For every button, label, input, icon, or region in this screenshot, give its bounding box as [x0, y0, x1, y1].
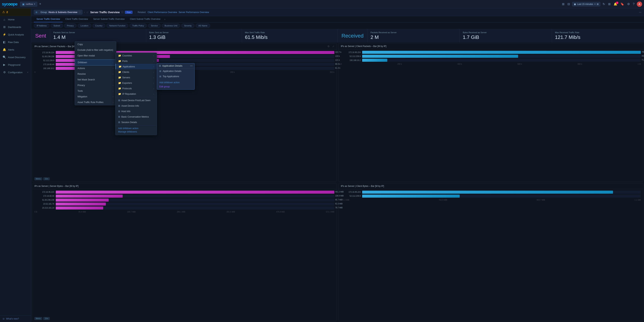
sidebar-item-quick-analysis[interactable]: ⚡ Quick Analysis	[0, 31, 31, 38]
filter-network-function[interactable]: Network Function	[106, 24, 128, 28]
filter-icon[interactable]: ⊟	[567, 2, 571, 6]
sidebar-item-raw-data[interactable]: ◧ Raw Data	[0, 38, 31, 46]
ctx-privacy[interactable]: Privacy ›	[75, 82, 116, 88]
bar-row: 51.83.238.238 85.7 MiB	[34, 198, 334, 202]
raw-badge[interactable]: Raw	[125, 11, 132, 14]
sent-rate-label: Max Sent Traffic Rate	[245, 31, 334, 34]
add-drilldown-action-link[interactable]: Add drilldown action	[118, 127, 154, 130]
adm-add-drilldown-link[interactable]: Add drilldown action	[157, 80, 194, 85]
filter-country[interactable]: Country	[92, 24, 106, 28]
ctx-drilldown[interactable]: Drilldown ›	[75, 59, 116, 65]
filter-ip-address[interactable]: IP Address	[34, 24, 50, 28]
host-info-icon: ⊞	[118, 110, 120, 113]
ctx-arrow-icon: ›	[153, 71, 154, 73]
notifications-icon[interactable]: 🔔 4	[613, 2, 618, 6]
bar-value: 442.8 k	[642, 55, 644, 57]
ctx-exclude[interactable]: Exclude (Add to filter with negation)	[75, 47, 116, 53]
tab-client-subnet-traffic-overview[interactable]: Client Subnet Traffic Overview	[127, 16, 163, 22]
add-tab-button[interactable]: +	[38, 1, 42, 7]
tab-client-traffic-overview[interactable]: Client Traffic Overview	[62, 16, 90, 22]
adm-more-icon[interactable]: ⋯	[190, 64, 192, 67]
bar-track: 78.7 MiB	[56, 206, 334, 209]
bc-star-icon[interactable]: ☆	[86, 11, 89, 14]
ctx-copy[interactable]: Copy	[75, 41, 116, 47]
bookmark-nav-icon[interactable]: 🔖	[620, 2, 625, 6]
filter-as-name[interactable]: AS Name	[196, 24, 210, 28]
breadcrumb-group[interactable]: ⊞ › Group: Hosts & Subnets Overview ⓘ	[34, 10, 82, 14]
sidebar-item-playground[interactable]: ▶ Playground	[0, 61, 31, 68]
filter-business-unit[interactable]: Business Unit	[162, 24, 180, 28]
x-label: 190.7 MiB	[127, 211, 136, 213]
related-link-client-perf[interactable]: Client Performance Overview	[148, 11, 177, 13]
chart1-expand-icon[interactable]: ⤢	[332, 45, 334, 48]
drilldown-servers[interactable]: 📁 Servers ›	[116, 75, 157, 80]
tab-server-subnet-traffic-overview[interactable]: Server Subnet Traffic Overview	[90, 16, 127, 22]
settings-icon[interactable]: ⚙	[626, 2, 630, 6]
filter-traffic-policy[interactable]: Traffic Policy	[130, 24, 147, 28]
drilldown-asset-first-last[interactable]: ⊞ Asset Device First/Last Seen	[116, 98, 157, 103]
bookmark-icon[interactable]: ⊞	[597, 3, 599, 5]
sidebar-item-alerts[interactable]: 🔔 Alerts	[0, 46, 31, 53]
bar-track: 461.2 MiB	[56, 191, 334, 194]
drilldown-exporters[interactable]: 📁 Exporters ›	[116, 80, 157, 86]
ctx-asset-traffic[interactable]: Asset Traffic Rule Profiles ›	[75, 99, 116, 105]
bar-row: 172.16.95.224	[341, 191, 641, 194]
adm-edit-group-link[interactable]: Edit group	[157, 85, 194, 89]
drilldown-asset-device-info-label: Asset Device Info	[121, 105, 139, 107]
apps-icon[interactable]: ⊞	[607, 2, 611, 6]
dashboard-icon[interactable]: ⊞	[561, 2, 565, 6]
ctx-resolve[interactable]: Resolve ›	[75, 71, 116, 77]
sidebar-item-dashboards[interactable]: ⊞ Dashboards	[0, 23, 31, 31]
breadcrumb-menu-icon[interactable]: ⋯	[639, 11, 641, 13]
filter-location[interactable]: Location	[78, 24, 91, 28]
bar-fill	[362, 195, 460, 198]
drilldown-asset-device-info[interactable]: ⊞ Asset Device Info	[116, 103, 157, 109]
ctx-mitigation[interactable]: Mitigation ›	[75, 94, 116, 99]
filter-service[interactable]: Service	[148, 24, 161, 28]
user-avatar[interactable]: A	[637, 1, 642, 7]
filter-privacy[interactable]: Privacy	[64, 24, 76, 28]
ctx-tools[interactable]: Tools ›	[75, 88, 116, 94]
app-logo[interactable]: sycoope	[2, 2, 18, 6]
add-tab-sub-nav-button[interactable]: +	[163, 16, 167, 22]
bc-group-info-icon[interactable]: ⓘ	[78, 10, 81, 14]
drilldown-ports[interactable]: 📁 Ports ›	[116, 58, 157, 64]
filter-severity[interactable]: Severity	[181, 24, 194, 28]
sidebar-item-home[interactable]: ⌂ Home	[0, 16, 31, 23]
sidebar-item-asset-discovery[interactable]: 🔍 Asset Discovery	[0, 53, 31, 61]
netflow-tab[interactable]: ▣ netflow ▾	[20, 2, 37, 6]
drilldown-host-info[interactable]: ⊞ Host Info	[116, 109, 157, 114]
drilldown-ip-reputation-label: IP Reputation	[122, 93, 136, 95]
tab-server-traffic-overview[interactable]: Server Traffic Overview	[34, 16, 62, 22]
help-icon[interactable]: ?	[632, 2, 635, 6]
sub-navigation: Server Traffic Overview Client Traffic O…	[31, 16, 644, 22]
adm-application-details[interactable]: ⊞ Application Details	[157, 68, 194, 74]
drilldown-protocols[interactable]: 📁 Protocols ›	[116, 86, 157, 91]
time-range-selector[interactable]: ▣ Last 15 minutes × ⊞	[572, 2, 600, 6]
notification-count: 4	[616, 1, 618, 4]
time-close-icon[interactable]: ×	[594, 3, 596, 5]
drilldown-basic-conversation[interactable]: ⊞ Basic Conversation Metrics	[116, 114, 157, 120]
drilldown-ip-reputation[interactable]: 📁 IP Reputation ›	[116, 91, 157, 97]
adm-application-details-label: Application Details	[163, 70, 182, 72]
recv-rate-value: 121.7 Mib/s	[555, 34, 641, 40]
ctx-net-mask[interactable]: Net Mask Search ›	[75, 77, 116, 82]
time-range-label: Last 15 minutes	[577, 3, 593, 5]
chart1-gear-icon[interactable]: ⚙	[328, 45, 330, 48]
refresh-icon[interactable]: ↻	[602, 2, 606, 6]
whats-new-button[interactable]: ⊙ What's new?	[3, 318, 28, 320]
drilldown-applications[interactable]: 📁 Applications ›	[116, 64, 157, 69]
drilldown-clients[interactable]: 📁 Clients ›	[116, 69, 157, 75]
ctx-open-filter[interactable]: Open filter modal	[75, 53, 116, 58]
ctx-actions[interactable]: Actions ›	[75, 65, 116, 71]
manage-drilldowns-link[interactable]: Manage drilldowns	[118, 131, 154, 133]
filter-subnet[interactable]: Subnet	[51, 24, 63, 28]
related-link-server-perf[interactable]: Server Performance Overview	[179, 11, 209, 13]
adm-top-applications[interactable]: ⊞ Top Applications	[157, 74, 194, 79]
bc-page-info-icon[interactable]: ⓘ	[121, 10, 124, 14]
ctx-arrow-icon: ›	[113, 90, 114, 92]
drilldown-session-details[interactable]: ⊞ Session Details	[116, 120, 157, 125]
drilldown-countries[interactable]: 📁 Countries ›	[116, 53, 157, 58]
alert-banner[interactable]: ⚠ 2	[0, 8, 31, 16]
sidebar-item-configuration[interactable]: ⚙ Configuration ▾	[0, 68, 31, 76]
